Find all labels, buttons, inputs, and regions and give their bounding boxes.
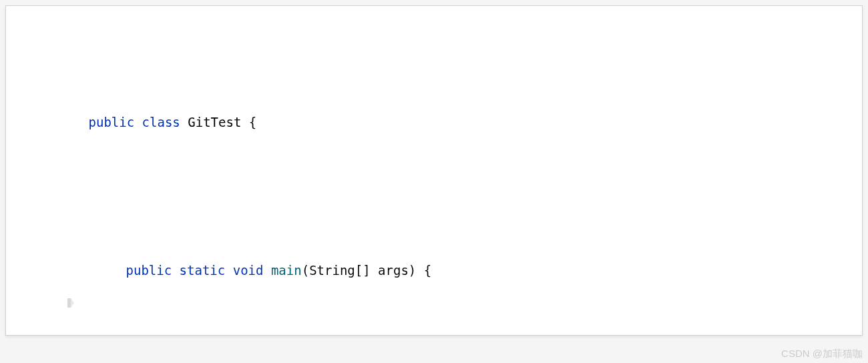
- keyword: public: [89, 115, 135, 129]
- code-line: public static void main(String[] args) {: [6, 234, 862, 308]
- keyword: class: [142, 115, 180, 129]
- keyword: static: [180, 263, 226, 278]
- watermark-text: CSDN @加菲猫咖: [781, 348, 863, 360]
- code-editor[interactable]: public class GitTest { public static voi…: [5, 5, 863, 336]
- fold-indicator-icon[interactable]: [6, 266, 13, 276]
- keyword: void: [233, 263, 264, 278]
- keyword: public: [126, 263, 172, 278]
- method-name: main: [271, 263, 302, 278]
- code-area: public class GitTest { public static voi…: [6, 6, 862, 336]
- code-line: public class GitTest {: [6, 85, 862, 159]
- class-name: GitTest: [188, 115, 241, 129]
